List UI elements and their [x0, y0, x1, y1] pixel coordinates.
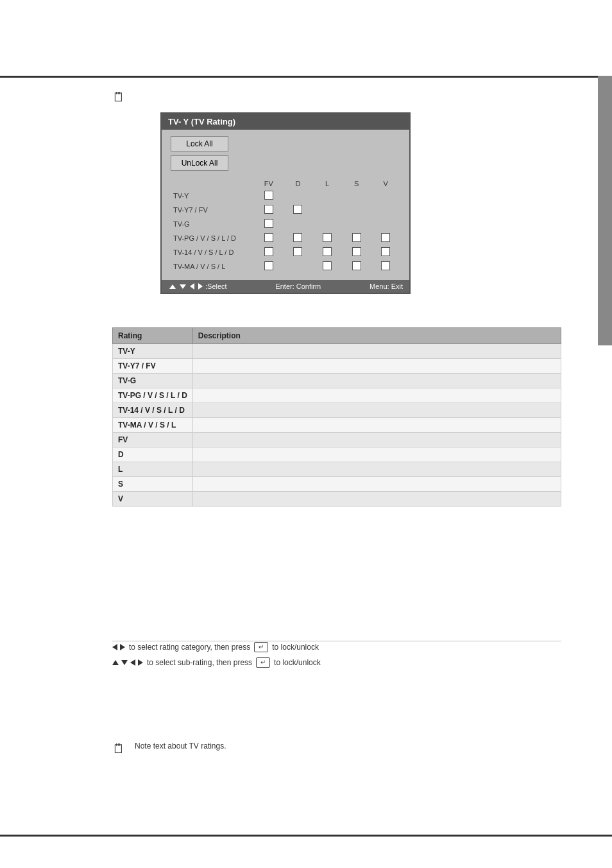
footer-select-label: :Select	[205, 282, 227, 290]
rating-label: D	[113, 447, 193, 462]
rating-label: S	[113, 477, 193, 492]
rating-label: TV-Y7 / FV	[113, 359, 193, 374]
table-row: TV-Y7 / FV	[171, 203, 400, 217]
rating-desc	[192, 447, 561, 462]
mid-rule	[112, 641, 561, 641]
enter-icon-1: ↵	[254, 642, 268, 652]
table-row: TV-MA / V / S / L	[171, 259, 400, 273]
nav-down-icon	[180, 284, 186, 289]
right-arrow-icon	[120, 644, 125, 650]
nav-line2-text2: to lock/unlock	[274, 658, 321, 667]
checkbox-tvpg-fv[interactable]	[264, 233, 273, 242]
checkbox-tvpg-v[interactable]	[381, 233, 390, 242]
footer-menu-label: Menu: Exit	[370, 282, 403, 290]
footer-enter-label: Enter: Confirm	[275, 282, 321, 290]
unlock-all-button[interactable]: UnLock All	[171, 155, 228, 171]
checkbox-tvy7-d[interactable]	[293, 205, 302, 214]
rating-label: TV-G	[113, 374, 193, 388]
rating-label: TV-PG / V / S / L / D	[113, 388, 193, 403]
rating-desc	[192, 388, 561, 403]
checkbox-tvpg-s[interactable]	[352, 233, 361, 242]
checkbox-tvpg-d[interactable]	[293, 233, 302, 242]
bottom-note-text: Note text about TV ratings.	[135, 742, 558, 751]
checkbox-tvma-fv[interactable]	[264, 261, 273, 270]
down-arrow-icon	[121, 660, 128, 665]
tv-rating-dialog: TV- Y (TV Rating) Lock All UnLock All FV…	[160, 112, 411, 294]
table-row: S	[113, 477, 561, 492]
bottom-rule	[0, 835, 612, 837]
table-row: FV	[113, 433, 561, 447]
rating-label: FV	[113, 433, 193, 447]
checkbox-tv14-fv[interactable]	[264, 247, 273, 256]
table-row: TV-14 / V / S / L / D	[113, 403, 561, 418]
dialog-body: Lock All UnLock All FV D L S V TV-Y	[162, 130, 409, 280]
rating-label: V	[113, 492, 193, 507]
note-icon-bottom: 🗒	[112, 742, 125, 756]
col-l: L	[312, 178, 342, 189]
checkbox-tvy-fv[interactable]	[264, 191, 273, 200]
rating-label: TV-14 / V / S / L / D	[113, 403, 193, 418]
lock-all-button[interactable]: Lock All	[171, 136, 228, 152]
rating-desc	[192, 344, 561, 359]
rating-label: L	[113, 462, 193, 477]
desc-header-description: Description	[192, 328, 561, 344]
rating-desc	[192, 374, 561, 388]
note-icon-top: 🗒	[112, 90, 125, 105]
rating-desc	[192, 477, 561, 492]
right-tab	[598, 76, 612, 345]
nav-left-icon	[190, 283, 194, 290]
nav-line-1: to select rating category, then press ↵ …	[112, 642, 561, 652]
checkbox-tvpg-l[interactable]	[323, 233, 332, 242]
rating-label: TV-MA / V / S / L	[113, 418, 193, 433]
nav-arrows-lr	[112, 644, 125, 650]
table-row: TV-14 / V / S / L / D	[171, 245, 400, 259]
description-table: Rating Description TV-Y TV-Y7 / FV TV-G …	[112, 327, 561, 507]
nav-up-icon	[169, 284, 176, 289]
col-fv: FV	[254, 178, 284, 189]
dialog-footer: :Select Enter: Confirm Menu: Exit	[162, 280, 409, 293]
rating-desc	[192, 359, 561, 374]
nav-line1-text: to select rating category, then press	[129, 643, 250, 652]
checkbox-tv14-s[interactable]	[352, 247, 361, 256]
table-row: TV-Y	[113, 344, 561, 359]
table-row: TV-Y7 / FV	[113, 359, 561, 374]
table-row: V	[113, 492, 561, 507]
table-row: TV-G	[171, 217, 400, 231]
col-s: S	[342, 178, 371, 189]
right-arrow-icon-2	[138, 659, 143, 666]
rating-desc	[192, 403, 561, 418]
up-arrow-icon	[112, 660, 119, 665]
nav-right-icon	[198, 283, 203, 290]
table-row: TV-G	[113, 374, 561, 388]
rating-desc	[192, 492, 561, 507]
checkbox-tvma-l[interactable]	[323, 261, 332, 270]
rating-desc	[192, 418, 561, 433]
desc-header-rating: Rating	[113, 328, 193, 344]
enter-icon-2: ↵	[256, 657, 270, 668]
rating-desc	[192, 433, 561, 447]
table-row: TV-MA / V / S / L	[113, 418, 561, 433]
dialog-title: TV- Y (TV Rating)	[162, 114, 409, 130]
checkbox-tvma-v[interactable]	[381, 261, 390, 270]
nav-arrows-all	[112, 659, 143, 666]
table-row: TV-Y	[171, 189, 400, 203]
nav-line-2: to select sub-rating, then press ↵ to lo…	[112, 657, 561, 668]
nav-instructions: to select rating category, then press ↵ …	[112, 642, 561, 673]
rating-desc	[192, 462, 561, 477]
left-arrow-icon	[112, 644, 117, 650]
top-rule	[0, 76, 612, 78]
nav-line2-text: to select sub-rating, then press	[147, 658, 252, 667]
rating-table: FV D L S V TV-Y T	[171, 178, 400, 273]
checkbox-tvma-s[interactable]	[352, 261, 361, 270]
table-row: D	[113, 447, 561, 462]
checkbox-tvy7-fv[interactable]	[264, 205, 273, 214]
table-row: TV-PG / V / S / L / D	[171, 231, 400, 245]
col-d: D	[284, 178, 313, 189]
checkbox-tvg-fv[interactable]	[264, 219, 273, 228]
footer-nav: :Select	[168, 282, 227, 290]
table-row: TV-PG / V / S / L / D	[113, 388, 561, 403]
checkbox-tv14-d[interactable]	[293, 247, 302, 256]
checkbox-tv14-v[interactable]	[381, 247, 390, 256]
left-arrow-icon-2	[130, 659, 135, 666]
checkbox-tv14-l[interactable]	[323, 247, 332, 256]
